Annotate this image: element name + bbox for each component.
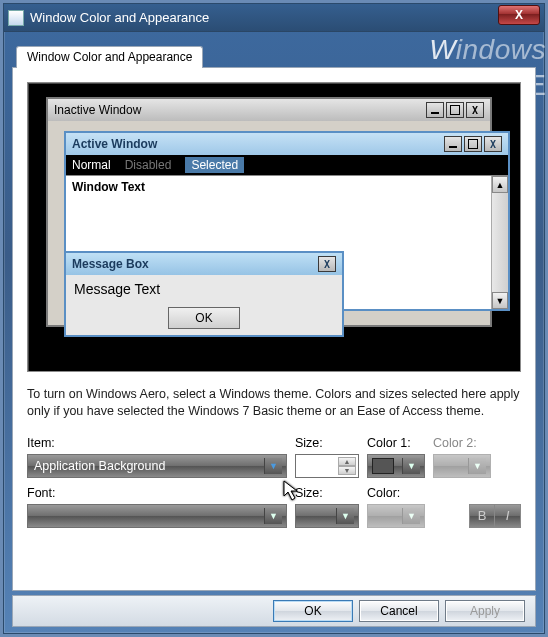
menu-normal: Normal <box>72 158 111 172</box>
font-color-picker: ▼ <box>367 504 425 528</box>
font-dropdown[interactable]: ▼ <box>27 504 287 528</box>
tab-appearance[interactable]: Window Color and Appearance <box>16 46 203 68</box>
titlebar-title: Window Color and Appearance <box>30 10 209 25</box>
chevron-down-icon: ▼ <box>264 508 282 524</box>
minimize-icon <box>426 102 444 118</box>
preview-msgbox-ok-button: OK <box>168 307 240 329</box>
close-icon: X <box>466 102 484 118</box>
scroll-down-icon: ▼ <box>492 292 508 309</box>
font-size-dropdown[interactable]: ▼ <box>295 504 359 528</box>
spin-down-icon[interactable]: ▼ <box>338 466 356 475</box>
chevron-down-icon: ▼ <box>336 508 354 524</box>
tab-label: Window Color and Appearance <box>27 50 192 64</box>
chevron-down-icon: ▼ <box>468 458 486 474</box>
cancel-button[interactable]: Cancel <box>359 600 439 622</box>
scroll-up-icon: ▲ <box>492 176 508 193</box>
apply-button[interactable]: Apply <box>445 600 525 622</box>
preview-menubar: Normal Disabled Selected <box>66 155 508 175</box>
close-icon: X <box>484 136 502 152</box>
preview-inactive-title: Inactive Window <box>54 103 141 117</box>
titlebar-close-button[interactable]: X <box>498 5 540 25</box>
menu-disabled: Disabled <box>125 158 172 172</box>
preview-msgbox-title: Message Box <box>72 257 149 271</box>
size-label: Size: <box>295 436 359 450</box>
maximize-icon <box>464 136 482 152</box>
maximize-icon <box>446 102 464 118</box>
preview-msgbox-text: Message Text <box>66 275 342 303</box>
preview-window-text: Window Text <box>72 180 145 194</box>
color1-picker[interactable]: ▼ <box>367 454 425 478</box>
item-label: Item: <box>27 436 287 450</box>
preview-active-title: Active Window <box>72 137 157 151</box>
app-icon <box>8 10 24 26</box>
font-size-label: Size: <box>295 486 359 500</box>
size-spinner[interactable]: ▲ ▼ <box>295 454 359 478</box>
italic-toggle[interactable]: I <box>495 504 521 528</box>
form-area: Item: Application Background ▼ Size: <box>27 436 521 528</box>
dialog-button-bar: OK Cancel Apply <box>12 595 536 627</box>
bold-toggle[interactable]: B <box>469 504 495 528</box>
preview-active-titlebar: Active Window X <box>66 133 508 155</box>
font-color-label: Color: <box>367 486 425 500</box>
minimize-icon <box>444 136 462 152</box>
close-icon: X <box>515 8 523 22</box>
spin-up-icon[interactable]: ▲ <box>338 457 356 466</box>
color1-label: Color 1: <box>367 436 425 450</box>
color2-label: Color 2: <box>433 436 491 450</box>
titlebar[interactable]: Window Color and Appearance X <box>4 4 544 32</box>
close-icon: X <box>318 256 336 272</box>
tab-body: Inactive Window X Active Window <box>12 67 536 591</box>
menu-selected: Selected <box>185 157 244 173</box>
description-text: To turn on Windows Aero, select a Window… <box>27 386 521 420</box>
ok-button[interactable]: OK <box>273 600 353 622</box>
dialog-frame: Window Color and Appearance X Windows E … <box>3 3 545 634</box>
preview-area: Inactive Window X Active Window <box>27 82 521 372</box>
font-label: Font: <box>27 486 287 500</box>
color2-picker: ▼ <box>433 454 491 478</box>
chevron-down-icon: ▼ <box>402 458 420 474</box>
tab-panel: Window Color and Appearance Inactive Win… <box>12 46 536 591</box>
color1-swatch <box>372 458 394 474</box>
preview-scrollbar: ▲ ▼ <box>491 176 508 309</box>
item-dropdown[interactable]: Application Background ▼ <box>27 454 287 478</box>
preview-message-box: Message Box X Message Text OK <box>64 251 344 337</box>
chevron-down-icon: ▼ <box>402 508 420 524</box>
preview-inactive-titlebar: Inactive Window X <box>48 99 490 121</box>
chevron-down-icon: ▼ <box>264 458 282 474</box>
item-dropdown-value: Application Background <box>34 459 165 473</box>
preview-msgbox-titlebar: Message Box X <box>66 253 342 275</box>
